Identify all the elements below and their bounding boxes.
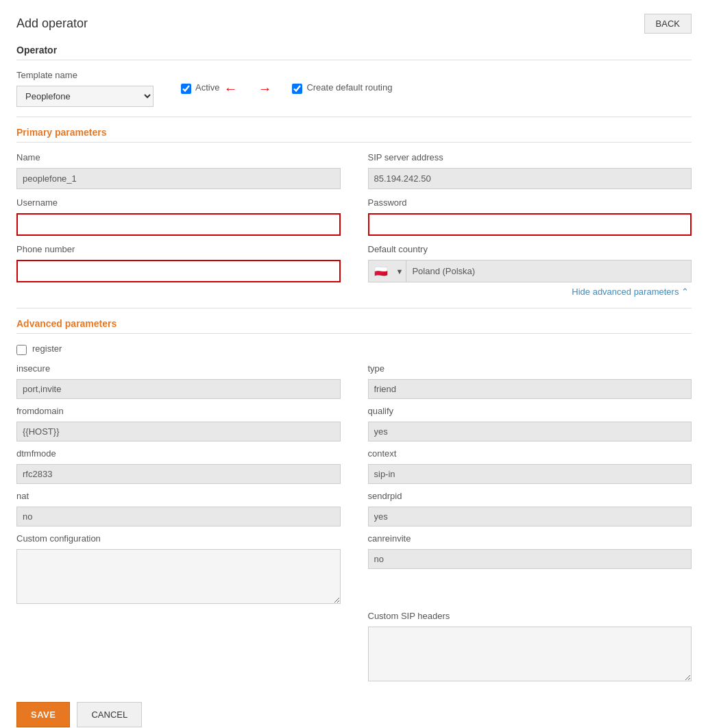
template-select[interactable]: Peoplefone	[16, 86, 154, 107]
fromdomain-label: fromdomain	[16, 406, 341, 416]
active-checkbox[interactable]	[181, 84, 191, 94]
context-input[interactable]	[368, 464, 692, 484]
qualify-label: qualify	[368, 406, 692, 416]
country-flag: 🇵🇱	[368, 260, 393, 282]
username-input[interactable]	[16, 213, 341, 236]
phone-input[interactable]	[16, 260, 341, 282]
advanced-section-header: Advanced parameters	[16, 318, 692, 334]
qualify-input[interactable]	[368, 422, 692, 441]
register-label: register	[32, 343, 62, 354]
type-label: type	[368, 363, 692, 374]
canreinvite-label: canreinvite	[368, 533, 692, 544]
cancel-button[interactable]: CANCEL	[77, 702, 142, 727]
primary-section-header: Primary parameters	[16, 127, 692, 143]
insecure-label: insecure	[16, 363, 341, 374]
save-button[interactable]: SAVE	[16, 702, 70, 727]
template-label: Template name	[16, 70, 154, 80]
password-label: Password	[368, 197, 692, 208]
custom-sip-label: Custom SIP headers	[368, 611, 692, 621]
sendrpid-label: sendrpid	[368, 491, 692, 501]
country-name: Poland (Polska)	[406, 260, 692, 282]
name-input[interactable]	[16, 168, 341, 189]
custom-sip-textarea[interactable]	[368, 627, 692, 681]
arrow-left-icon: ←	[223, 82, 237, 95]
routing-label: Create default routing	[306, 82, 392, 93]
username-label: Username	[16, 197, 341, 208]
password-input[interactable]	[368, 213, 692, 236]
nat-label: nat	[16, 491, 341, 501]
arrow-right-icon: →	[258, 82, 271, 95]
canreinvite-input[interactable]	[368, 549, 692, 569]
phone-label: Phone number	[16, 244, 341, 254]
back-button[interactable]: BACK	[644, 14, 692, 34]
dtmfmode-input[interactable]	[16, 464, 341, 484]
routing-checkbox[interactable]	[292, 84, 302, 94]
country-label: Default country	[368, 244, 692, 254]
custom-config-textarea[interactable]	[16, 549, 341, 604]
country-dropdown-trigger[interactable]: ▼	[393, 260, 406, 282]
sendrpid-input[interactable]	[368, 507, 692, 526]
fromdomain-input[interactable]	[16, 422, 341, 441]
active-label: Active	[195, 82, 219, 93]
dtmfmode-label: dtmfmode	[16, 448, 341, 459]
hide-advanced-link[interactable]: Hide advanced parameters ⌃	[16, 287, 692, 297]
operator-section-header: Operator	[16, 45, 692, 60]
sip-input[interactable]	[368, 168, 692, 189]
nat-input[interactable]	[16, 507, 341, 526]
register-checkbox[interactable]	[16, 345, 27, 355]
type-input[interactable]	[368, 379, 692, 399]
page-title: Add operator	[16, 16, 88, 31]
insecure-input[interactable]	[16, 379, 341, 399]
context-label: context	[368, 448, 692, 459]
name-label: Name	[16, 152, 341, 162]
custom-config-label: Custom configuration	[16, 533, 341, 544]
sip-label: SIP server address	[368, 152, 692, 162]
